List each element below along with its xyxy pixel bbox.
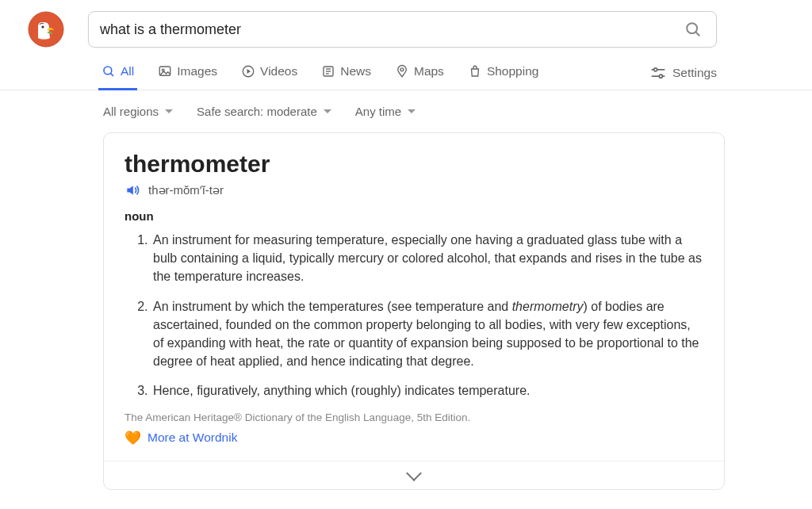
tab-maps[interactable]: Maps <box>392 55 447 90</box>
search-icon <box>684 21 702 38</box>
definition-card: thermometer thər-mŏm′ĭ-tər noun An instr… <box>103 132 725 490</box>
chevron-down-icon <box>406 465 422 481</box>
audio-icon <box>124 182 140 198</box>
definition-item: An instrument by which the temperatures … <box>151 297 703 371</box>
search-bar <box>88 11 717 48</box>
part-of-speech: noun <box>124 209 703 223</box>
tab-news-label: News <box>340 64 371 78</box>
settings-link[interactable]: Settings <box>650 66 717 80</box>
expand-button[interactable] <box>104 461 724 489</box>
more-at-wordnik-link[interactable]: More at Wordnik <box>147 431 237 445</box>
search-tabs: All Images Videos News Maps Shopping Set… <box>0 55 812 90</box>
duckduckgo-logo[interactable] <box>28 11 64 48</box>
filters-row: All regions Safe search: moderate Any ti… <box>0 90 812 129</box>
tab-maps-label: Maps <box>414 64 444 78</box>
chevron-down-icon <box>165 109 173 113</box>
settings-label: Settings <box>672 66 717 80</box>
map-pin-icon <box>395 64 409 78</box>
settings-icon <box>650 66 666 80</box>
search-button[interactable] <box>681 17 705 41</box>
definition-list: An instrument for measuring temperature,… <box>124 231 703 400</box>
svg-point-2 <box>41 25 44 28</box>
tab-shopping-label: Shopping <box>487 64 539 78</box>
region-filter-label: All regions <box>103 105 159 118</box>
tab-images-label: Images <box>177 64 217 78</box>
svg-line-6 <box>111 74 113 76</box>
svg-point-16 <box>654 67 657 71</box>
pronounce-button[interactable] <box>124 182 140 198</box>
time-filter-label: Any time <box>355 105 401 118</box>
search-input[interactable] <box>100 21 681 38</box>
search-icon <box>102 64 116 78</box>
image-icon <box>158 64 172 78</box>
time-filter[interactable]: Any time <box>355 105 416 118</box>
svg-point-3 <box>687 23 697 33</box>
tab-videos[interactable]: Videos <box>238 55 301 90</box>
region-filter[interactable]: All regions <box>103 105 173 118</box>
shopping-icon <box>468 64 482 78</box>
tab-all-label: All <box>121 64 134 78</box>
definition-item: An instrument for measuring temperature,… <box>151 231 703 286</box>
heart-icon: 🧡 <box>124 430 141 446</box>
svg-point-18 <box>659 75 662 78</box>
svg-point-14 <box>400 68 404 71</box>
svg-line-4 <box>696 33 700 36</box>
video-icon <box>241 64 255 78</box>
definition-word: thermometer <box>124 151 703 178</box>
tab-all[interactable]: All <box>98 55 137 90</box>
tab-images[interactable]: Images <box>155 55 220 90</box>
tab-shopping[interactable]: Shopping <box>465 55 542 90</box>
pronunciation-text: thər-mŏm′ĭ-tər <box>148 183 224 197</box>
svg-point-5 <box>104 67 112 75</box>
news-icon <box>321 64 335 78</box>
tab-news[interactable]: News <box>318 55 374 90</box>
safesearch-filter[interactable]: Safe search: moderate <box>197 105 331 118</box>
tab-videos-label: Videos <box>260 64 297 78</box>
safesearch-filter-label: Safe search: moderate <box>197 105 317 118</box>
chevron-down-icon <box>324 109 331 113</box>
chevron-down-icon <box>408 109 416 113</box>
definition-source: The American Heritage® Dictionary of the… <box>124 411 703 423</box>
definition-item: Hence, figuratively, anything which (rou… <box>151 381 703 400</box>
